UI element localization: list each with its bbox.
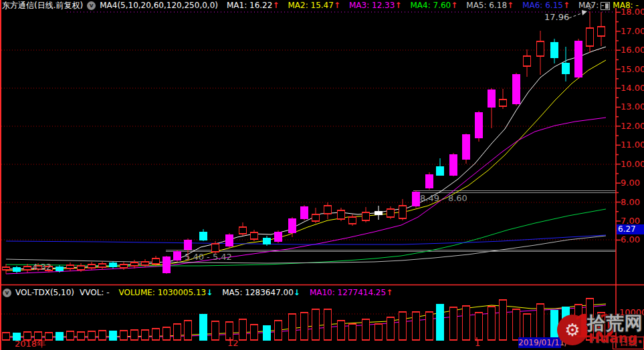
- collapse-chevron-icon[interactable]: v: [3, 289, 11, 297]
- price-tick-label: 15.00: [621, 64, 644, 74]
- ma-value: MA2: 15.47: [288, 1, 333, 10]
- ma-value: MA1: 16.22: [227, 1, 272, 10]
- gap-label-low: 4.32: [32, 262, 51, 272]
- volume-down-arrow-icon: ↓: [206, 288, 213, 297]
- axis-year-label: 2018年: [15, 338, 45, 350]
- price-tick-label: 17.00: [621, 26, 644, 36]
- main-chart-header: 东方通信(日线.前复权) v MA4(5,10,20,60,120,250,0,…: [0, 0, 639, 11]
- price-tick-label: 11.00: [621, 140, 644, 150]
- selected-date: 2019/01/11/: [518, 338, 567, 347]
- price-tag: 6.27: [617, 224, 644, 234]
- volume-layer: [3, 299, 605, 340]
- ma120-day-line: [6, 236, 606, 263]
- high-arrow-annotation: [569, 10, 587, 18]
- volume-axis-label: 10000: [619, 307, 644, 317]
- ma-value: MA4: 7.60: [410, 1, 451, 10]
- selected-date-box: 2019/01/11/五: [518, 337, 561, 348]
- high-price-label: 17.96: [544, 12, 569, 22]
- period-label: 日线: [620, 337, 637, 347]
- ma-formula[interactable]: MA4(5,10,20,60,120,250,0,0): [100, 1, 218, 10]
- gap-label-high: 8.49 - 8.60: [420, 193, 467, 203]
- price-tick-label: 14.00: [621, 83, 644, 93]
- ma-trend-arrow-icon: ↑: [334, 1, 340, 10]
- axis-month-jan-label: 1: [475, 338, 480, 348]
- ma-trend-arrow-icon: ↑: [451, 1, 457, 10]
- price-tick-label: 13.00: [621, 102, 644, 112]
- volume-ma10-up-arrow-icon: ↑: [386, 288, 393, 297]
- tdx-chart-window: 东方通信(日线.前复权) v MA4(5,10,20,60,120,250,0,…: [0, 0, 644, 350]
- ma-trend-arrow-icon: ↑: [507, 1, 514, 10]
- vvol-value: VVOL: -: [80, 288, 110, 297]
- ma-trend-arrow-icon: ↑: [272, 1, 279, 10]
- ma-value: MA3: 12.33: [349, 1, 395, 10]
- price-tick-label: 8.00: [621, 197, 640, 207]
- price-tick-label: 18.00: [621, 7, 644, 17]
- price-tick-label: 10.00: [621, 159, 644, 169]
- collapse-chevron-icon[interactable]: v: [87, 1, 96, 10]
- price-tick-label: 16.00: [621, 45, 644, 55]
- volume-value: VOLUME: 1030005.13: [119, 288, 207, 297]
- volume-ma5-down-arrow-icon: ↓: [294, 288, 300, 297]
- period-selector[interactable]: 日线: [613, 337, 644, 349]
- ma-values: MA1: 16.22↑MA2: 15.47↑MA3: 12.33↑MA4: 7.…: [218, 1, 639, 10]
- price-tick-label: 6.00: [621, 234, 640, 244]
- price-tick-label: 12.00: [621, 121, 644, 131]
- volume-header: v VOL-TDX(5,10) VVOL: - VOLUME: 1030005.…: [0, 287, 393, 298]
- volume-indicator-label[interactable]: VOL-TDX(5,10): [15, 288, 74, 297]
- ma-value: MA6: 6.15: [522, 1, 563, 10]
- price-tick-label: 9.00: [621, 178, 640, 188]
- ma-trend-arrow-icon: ↑: [395, 1, 401, 10]
- diamond-icon[interactable]: ◇: [586, 1, 593, 10]
- ma250-day-line: [6, 235, 606, 244]
- ma-trend-arrow-icon: ↑: [563, 1, 570, 10]
- ma-value: MA5: 6.18: [466, 1, 507, 10]
- volume-ma5-value: MA5: 1283647.00: [222, 288, 294, 297]
- window-restore-icon[interactable]: [601, 2, 610, 10]
- stock-title[interactable]: 东方通信(日线.前复权): [2, 0, 83, 11]
- axis-month-dec-label: 12: [227, 338, 239, 348]
- gap-label-mid: 5.40 - 5.42: [185, 252, 232, 262]
- volume-ma10-value: MA10: 1277414.25: [310, 288, 386, 297]
